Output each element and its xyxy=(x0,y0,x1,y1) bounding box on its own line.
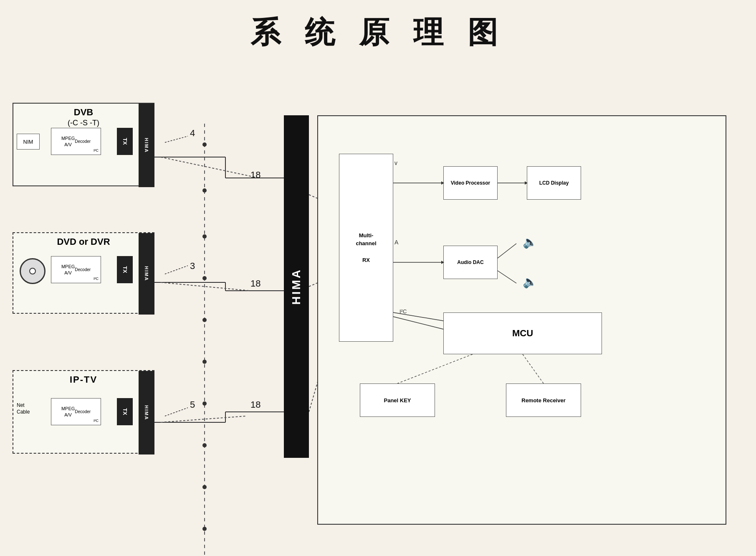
svg-point-1 xyxy=(202,142,207,147)
mpeg-box-iptv: MPEGA/VDecoder I²C xyxy=(51,398,101,425)
label-5: 5 xyxy=(190,399,195,410)
lcd-display-box: LCD Display xyxy=(527,166,581,200)
label-18-3: 18 xyxy=(250,399,260,410)
svg-point-3 xyxy=(202,234,207,239)
hima-bar: HIMA xyxy=(284,115,309,458)
svg-point-5 xyxy=(202,318,207,322)
svg-line-87 xyxy=(498,244,516,258)
hima-conn-dvb: HIMA xyxy=(139,104,154,187)
i2c-label-right: I²C xyxy=(399,308,407,315)
tx-box-iptv: TX xyxy=(117,398,133,425)
speaker-1-icon: 🔈 xyxy=(523,235,537,249)
svg-line-46 xyxy=(165,266,188,274)
mcu-box: MCU xyxy=(443,312,602,354)
nim-box: NIM xyxy=(17,134,40,150)
svg-line-45 xyxy=(165,136,188,142)
speaker-2-icon: 🔈 xyxy=(523,275,537,289)
svg-point-9 xyxy=(202,485,207,489)
label-18-1: 18 xyxy=(250,170,260,180)
label-4: 4 xyxy=(190,128,195,139)
svg-point-6 xyxy=(202,360,207,364)
remote-receiver-box: Remote Receiver xyxy=(506,383,581,417)
svg-line-22 xyxy=(161,282,250,291)
svg-point-4 xyxy=(202,276,207,280)
iptv-box: IP-TV NetCable MPEGA/VDecoder I²C TX HIM… xyxy=(13,370,154,454)
mpeg-box-dvb: MPEGA/VDecoder I²C xyxy=(51,128,101,155)
right-main-box: Multi-channelRX Video Processor LCD Disp… xyxy=(317,115,726,525)
dvb-box: DVB (-C -S -T) NIM MPEGA/VDecoder I²C TX… xyxy=(13,103,154,186)
hima-conn-iptv: HIMA xyxy=(139,371,154,454)
svg-line-90 xyxy=(523,354,544,383)
svg-point-8 xyxy=(202,443,207,447)
video-processor-box: Video Processor xyxy=(443,166,498,200)
dvb-title: DVB xyxy=(13,104,154,119)
audio-dac-box: Audio DAC xyxy=(443,246,498,279)
mpeg-box-dvd: MPEGA/VDecoder I²C xyxy=(51,256,101,283)
disc-icon xyxy=(20,258,46,284)
dvd-title: DVD or DVR xyxy=(13,233,154,248)
a-label-mid: A xyxy=(394,239,398,246)
multichannel-rx-box: Multi-channelRX xyxy=(339,154,393,342)
v-label-top: v xyxy=(394,160,397,166)
svg-line-89 xyxy=(397,354,473,383)
svg-line-88 xyxy=(498,271,516,283)
svg-line-47 xyxy=(165,408,188,416)
label-3: 3 xyxy=(190,261,195,272)
svg-point-10 xyxy=(202,527,207,531)
svg-point-7 xyxy=(202,401,207,406)
iptv-title: IP-TV xyxy=(13,371,154,386)
tx-box-dvb: TX xyxy=(117,128,133,155)
net-cable-label: NetCable xyxy=(17,402,30,415)
svg-line-12 xyxy=(161,157,259,178)
svg-point-2 xyxy=(202,188,207,193)
svg-line-27 xyxy=(161,416,246,422)
label-18-2: 18 xyxy=(250,278,260,289)
panel-key-box: Panel KEY xyxy=(360,383,435,417)
dvb-subtitle: (-C -S -T) xyxy=(13,119,154,127)
svg-line-84 xyxy=(393,317,443,329)
tx-box-dvd: TX xyxy=(117,256,133,283)
hima-conn-dvd: HIMA xyxy=(139,233,154,315)
hima-text: HIMA xyxy=(290,268,303,305)
dvd-box: DVD or DVR MPEGA/VDecoder I²C TX HIMA xyxy=(13,232,154,314)
page-title: 系 统 原 理 图 xyxy=(0,0,756,69)
